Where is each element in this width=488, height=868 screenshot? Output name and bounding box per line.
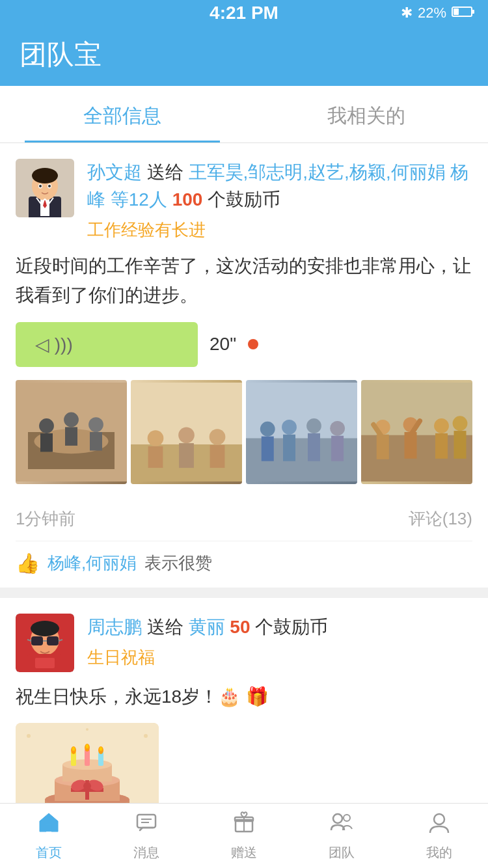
voice-message-1[interactable]: ◁ ))) 20" xyxy=(16,322,472,367)
bottom-nav: 首页 消息 赠送 xyxy=(0,803,488,868)
gift-icon xyxy=(232,811,256,840)
post-image-3[interactable] xyxy=(246,380,357,484)
team-icon xyxy=(330,811,353,840)
image-grid-1 xyxy=(16,380,472,484)
svg-point-92 xyxy=(86,744,88,748)
sender-name-2: 周志鹏 xyxy=(87,617,142,637)
voice-duration: 20" xyxy=(210,334,236,355)
nav-message[interactable]: 消息 xyxy=(98,804,195,868)
svg-rect-40 xyxy=(331,435,344,461)
post-footer-1: 1分钟前 评论(13) xyxy=(16,497,472,541)
svg-point-9 xyxy=(32,168,58,183)
tabs-container: 全部信息 我相关的 xyxy=(0,86,488,143)
post-image-2[interactable] xyxy=(131,380,242,484)
svg-rect-97 xyxy=(137,815,156,828)
svg-rect-56 xyxy=(31,636,43,645)
like-suffix-1: 表示很赞 xyxy=(144,552,212,575)
sender-line-1: 孙文超 送给 王军昊,邹志明,赵艺,杨颖,何丽娟 杨峰 等12人 100 个鼓励… xyxy=(87,159,472,213)
post-info-1: 孙文超 送给 王军昊,邹志明,赵艺,杨颖,何丽娟 杨峰 等12人 100 个鼓励… xyxy=(87,159,472,241)
svg-rect-62 xyxy=(35,658,55,668)
status-bar: 4:21 PM ✱ 22% xyxy=(0,0,488,26)
nav-gift[interactable]: 赠送 xyxy=(195,804,293,868)
voice-recording-dot xyxy=(248,339,258,349)
svg-point-103 xyxy=(333,814,342,823)
app-title: 团队宝 xyxy=(20,36,468,73)
category-tag-1: 工作经验有长进 xyxy=(87,219,472,241)
comment-count-1[interactable]: 评论(13) xyxy=(409,508,472,530)
recipients-2: 黄丽 xyxy=(189,617,225,637)
profile-icon xyxy=(427,811,451,840)
svg-rect-28 xyxy=(179,443,194,468)
svg-point-64 xyxy=(27,734,31,738)
post-image-1[interactable] xyxy=(16,380,127,484)
svg-point-49 xyxy=(434,418,449,433)
svg-rect-52 xyxy=(454,431,467,459)
svg-point-55 xyxy=(31,621,59,636)
nav-home-label: 首页 xyxy=(36,844,62,861)
likes-bar-1: 👍 杨峰,何丽娟 表示很赞 xyxy=(16,541,472,588)
svg-rect-38 xyxy=(308,433,320,461)
svg-point-13 xyxy=(48,185,51,187)
like-icon-1[interactable]: 👍 xyxy=(16,552,40,575)
voice-wave-icon: ◁ ))) xyxy=(35,334,73,355)
sender-line-2: 周志鹏 送给 黄丽 50 个鼓励币 xyxy=(87,614,472,641)
svg-rect-96 xyxy=(46,825,51,832)
svg-rect-22 xyxy=(90,432,102,451)
svg-point-65 xyxy=(144,734,148,738)
nav-message-label: 消息 xyxy=(133,844,159,861)
svg-point-33 xyxy=(260,421,275,436)
svg-rect-2 xyxy=(472,10,474,14)
post-header-2: 周志鹏 送给 黄丽 50 个鼓励币 生日祝福 xyxy=(16,614,472,672)
bluetooth-icon: ✱ xyxy=(401,5,413,21)
nav-profile-label: 我的 xyxy=(426,844,452,861)
nav-home[interactable]: 首页 xyxy=(0,804,98,868)
tab-mine[interactable]: 我相关的 xyxy=(244,86,488,142)
svg-point-35 xyxy=(282,420,297,435)
nav-team-label: 团队 xyxy=(329,844,355,861)
svg-rect-18 xyxy=(40,433,53,452)
category-tag-2: 生日祝福 xyxy=(87,646,472,669)
home-icon xyxy=(37,811,61,840)
voice-bar[interactable]: ◁ ))) xyxy=(16,322,198,367)
amount-1: 100 xyxy=(172,189,203,210)
nav-team[interactable]: 团队 xyxy=(293,804,390,868)
svg-rect-30 xyxy=(210,445,225,468)
post-body-1: 近段时间的工作辛苦了，这次活动的安排也非常用心，让我看到了你们的进步。 xyxy=(16,252,472,310)
avatar-1 xyxy=(16,159,74,217)
post-body-2: 祝生日快乐，永远18岁！🎂 🎁 xyxy=(16,683,472,712)
svg-rect-57 xyxy=(47,636,59,645)
svg-point-27 xyxy=(178,427,195,443)
avatar-2 xyxy=(16,614,74,672)
svg-point-51 xyxy=(453,416,468,431)
post-header-1: 孙文超 送给 王军昊,邹志明,赵艺,杨颖,何丽娟 杨峰 等12人 100 个鼓励… xyxy=(16,159,472,241)
svg-rect-34 xyxy=(262,436,274,461)
feed: 孙文超 送给 王军昊,邹志明,赵艺,杨颖,何丽娟 杨峰 等12人 100 个鼓励… xyxy=(0,143,488,868)
amount-2: 50 xyxy=(230,617,250,637)
sender-name-1: 孙文超 xyxy=(87,162,142,182)
app-header: 团队宝 xyxy=(0,26,488,86)
svg-point-104 xyxy=(344,815,350,821)
status-time: 4:21 PM xyxy=(210,3,278,23)
svg-point-105 xyxy=(434,814,444,824)
post-image-4[interactable] xyxy=(361,380,472,484)
battery-icon xyxy=(452,5,475,21)
nav-profile[interactable]: 我的 xyxy=(390,804,488,868)
svg-point-17 xyxy=(39,418,54,433)
svg-point-25 xyxy=(148,430,164,446)
svg-point-12 xyxy=(39,185,42,187)
battery-percentage: 22% xyxy=(418,5,446,21)
svg-rect-26 xyxy=(148,446,163,467)
svg-point-29 xyxy=(210,429,226,445)
svg-point-37 xyxy=(306,418,321,433)
post-info-2: 周志鹏 送给 黄丽 50 个鼓励币 生日祝福 xyxy=(87,614,472,669)
nav-gift-label: 赠送 xyxy=(231,844,257,861)
message-icon xyxy=(135,811,158,840)
svg-point-39 xyxy=(330,420,345,435)
like-names-1: 杨峰,何丽娟 xyxy=(47,552,137,575)
svg-point-90 xyxy=(72,747,75,751)
time-ago-1: 1分钟前 xyxy=(16,508,75,530)
svg-point-85 xyxy=(83,782,91,790)
svg-rect-50 xyxy=(435,433,448,458)
status-right: ✱ 22% xyxy=(401,5,475,21)
tab-all[interactable]: 全部信息 xyxy=(0,86,244,142)
